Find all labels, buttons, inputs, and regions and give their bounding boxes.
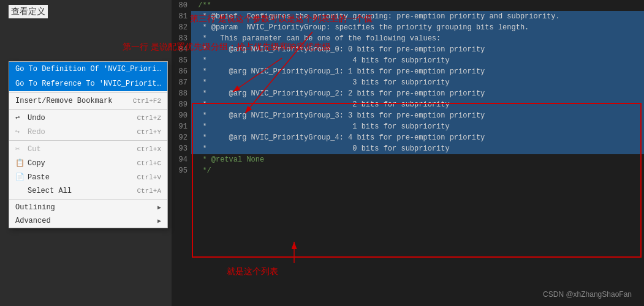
- code-editor: 80 /**81 * @brief Configures the priorit…: [172, 0, 644, 306]
- line-content: * @arg NVIC_PriorityGroup_4: 4 bits for …: [191, 132, 644, 143]
- menu-item-cut-icon: ✂: [15, 144, 25, 154]
- line-number: 83: [172, 33, 191, 44]
- menu-item-select-all[interactable]: Select AllCtrl+A: [9, 184, 167, 198]
- line-number: 80: [172, 0, 191, 11]
- menu-item-paste[interactable]: 📄PasteCtrl+V: [9, 170, 167, 184]
- line-number: 81: [172, 11, 191, 22]
- menu-item-undo-label: Undo: [28, 114, 45, 122]
- table-row: 91 * 1 bits for subpriority: [172, 121, 644, 132]
- table-row: 87 * 3 bits for subpriority: [172, 77, 644, 88]
- line-number: 93: [172, 143, 191, 154]
- line-content: */: [191, 165, 644, 176]
- line-number: 85: [172, 55, 191, 66]
- menu-item-copy-icon: 📋: [15, 159, 25, 168]
- line-content: * @param NVIC_PriorityGroup: specifies t…: [191, 22, 644, 33]
- menu-item-select-all-shortcut: Ctrl+A: [137, 187, 161, 195]
- table-row: 95 */: [172, 165, 644, 176]
- line-number: 89: [172, 99, 191, 110]
- line-content: * @arg NVIC_PriorityGroup_2: 2 bits for …: [191, 88, 644, 99]
- line-content: * 2 bits for subpriority: [191, 99, 644, 110]
- menu-item-redo-icon: ↪: [15, 127, 25, 136]
- menu-item-cut-shortcut: Ctrl+X: [137, 146, 161, 153]
- line-content: * 1 bits for subpriority: [191, 121, 644, 132]
- context-menu[interactable]: Go To Definition Of 'NVIC_PriorityGroupC…: [9, 61, 168, 228]
- menu-item-outlining-arrow-icon: ▶: [157, 204, 161, 211]
- line-number: 82: [172, 22, 191, 33]
- line-number: 95: [172, 165, 191, 176]
- line-content: * @arg NVIC_PriorityGroup_0: 0 bits for …: [191, 44, 644, 55]
- menu-item-select-all-label: Select All: [28, 187, 72, 195]
- table-row: 82 * @param NVIC_PriorityGroup: specifie…: [172, 22, 644, 33]
- line-content: * 3 bits for subpriority: [191, 77, 644, 88]
- line-content: * 4 bits for subpriority: [191, 55, 644, 66]
- menu-item-bookmark-label: Insert/Remove Bookmark: [15, 97, 112, 105]
- menu-divider: [9, 109, 167, 110]
- menu-divider: [9, 92, 167, 93]
- menu-item-outlining[interactable]: Outlining▶: [9, 201, 167, 214]
- table-row: 86 * @arg NVIC_PriorityGroup_1: 1 bits f…: [172, 66, 644, 77]
- menu-item-redo[interactable]: ↪RedoCtrl+Y: [9, 125, 167, 139]
- menu-item-goto-definition[interactable]: Go To Definition Of 'NVIC_PriorityGroupC…: [9, 62, 167, 76]
- menu-item-goto-reference[interactable]: Go To Reference To 'NVIC_PriorityGroupCo…: [9, 76, 167, 91]
- line-number: 92: [172, 132, 191, 143]
- watermark: CSDN @xhZhangShaoFan: [543, 290, 632, 299]
- line-content: /**: [191, 0, 644, 11]
- menu-item-advanced-label: Advanced: [15, 217, 51, 225]
- line-number: 87: [172, 77, 191, 88]
- table-row: 92 * @arg NVIC_PriorityGroup_4: 4 bits f…: [172, 132, 644, 143]
- menu-item-paste-shortcut: Ctrl+V: [137, 174, 161, 181]
- menu-divider: [9, 140, 167, 141]
- line-number: 84: [172, 44, 191, 55]
- line-content: * @retval None: [191, 154, 644, 165]
- table-row: 84 * @arg NVIC_PriorityGroup_0: 0 bits f…: [172, 44, 644, 55]
- menu-item-outlining-label: Outlining: [15, 203, 55, 212]
- table-row: 93 * 0 bits for subpriority: [172, 143, 644, 154]
- menu-item-copy-label: Copy: [28, 159, 45, 168]
- menu-item-copy[interactable]: 📋CopyCtrl+C: [9, 156, 167, 170]
- table-row: 85 * 4 bits for subpriority: [172, 55, 644, 66]
- top-label: 查看定义: [9, 5, 48, 18]
- menu-item-bookmark[interactable]: Insert/Remove BookmarkCtrl+F2: [9, 94, 167, 108]
- menu-item-redo-label: Redo: [28, 128, 45, 136]
- table-row: 80 /**: [172, 0, 644, 11]
- table-row: 83 * This parameter can be one of the fo…: [172, 33, 644, 44]
- line-number: 90: [172, 110, 191, 121]
- menu-item-redo-shortcut: Ctrl+Y: [137, 129, 161, 136]
- menu-item-cut-label: Cut: [28, 145, 41, 154]
- menu-item-advanced-arrow-icon: ▶: [157, 217, 161, 225]
- menu-item-undo-icon: ↩: [15, 113, 25, 122]
- line-content: * @brief Configures the priority groupin…: [191, 11, 644, 22]
- menu-item-paste-label: Paste: [28, 173, 50, 182]
- table-row: 88 * @arg NVIC_PriorityGroup_2: 2 bits f…: [172, 88, 644, 99]
- table-row: 90 * @arg NVIC_PriorityGroup_3: 3 bits f…: [172, 110, 644, 121]
- line-number: 91: [172, 121, 191, 132]
- table-row: 94 * @retval None: [172, 154, 644, 165]
- menu-divider: [9, 199, 167, 200]
- menu-item-undo[interactable]: ↩UndoCtrl+Z: [9, 111, 167, 125]
- menu-item-cut[interactable]: ✂CutCtrl+X: [9, 142, 167, 156]
- line-number: 88: [172, 88, 191, 99]
- menu-item-paste-icon: 📄: [15, 173, 25, 182]
- menu-item-advanced[interactable]: Advanced▶: [9, 214, 167, 228]
- line-content: * This parameter can be one of the follo…: [191, 33, 644, 44]
- menu-item-bookmark-shortcut: Ctrl+F2: [133, 97, 161, 105]
- menu-item-copy-shortcut: Ctrl+C: [137, 160, 161, 167]
- line-content: * 0 bits for subpriority: [191, 143, 644, 154]
- menu-item-undo-shortcut: Ctrl+Z: [137, 114, 161, 122]
- line-number: 86: [172, 66, 191, 77]
- line-number: 94: [172, 154, 191, 165]
- line-content: * @arg NVIC_PriorityGroup_3: 3 bits for …: [191, 110, 644, 121]
- table-row: 89 * 2 bits for subpriority: [172, 99, 644, 110]
- line-content: * @arg NVIC_PriorityGroup_1: 1 bits for …: [191, 66, 644, 77]
- table-row: 81 * @brief Configures the priority grou…: [172, 11, 644, 22]
